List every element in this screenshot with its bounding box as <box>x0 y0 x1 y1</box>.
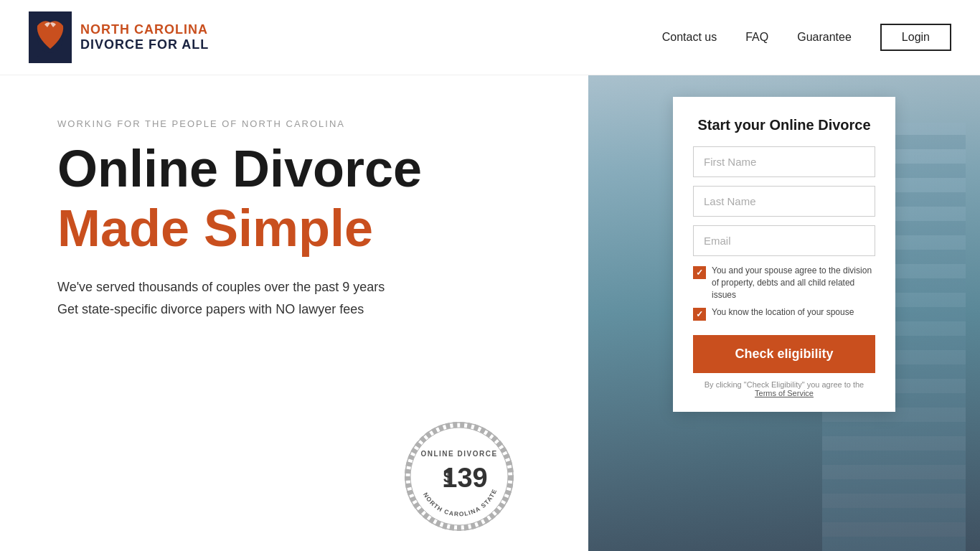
checkbox-2-label: You know the location of your spouse <box>712 306 854 319</box>
hero-section: WORKING FOR THE PEOPLE OF NORTH CAROLINA… <box>0 75 588 551</box>
main-nav: Contact us FAQ Guarantee Login <box>662 24 951 51</box>
right-panel: Start your Online Divorce You and your s… <box>588 75 980 551</box>
hero-bullet2: Get state-specific divorce papers with N… <box>57 302 545 317</box>
hero-headline-line1: Online Divorce <box>57 141 545 197</box>
checkbox-row-2: You know the location of your spouse <box>693 306 875 321</box>
login-button[interactable]: Login <box>880 24 951 51</box>
svg-text:ONLINE DIVORCE: ONLINE DIVORCE <box>420 450 497 458</box>
checkbox-2[interactable] <box>693 308 706 321</box>
check-eligibility-button[interactable]: Check eligibility <box>693 335 875 373</box>
signup-form-card: Start your Online Divorce You and your s… <box>673 97 895 412</box>
nav-contact-us[interactable]: Contact us <box>662 31 717 44</box>
main-content: WORKING FOR THE PEOPLE OF NORTH CAROLINA… <box>0 75 980 551</box>
logo-text: NORTH CAROLINA DIVORCE FOR ALL <box>80 22 209 52</box>
last-name-input[interactable] <box>693 186 875 217</box>
logo-bottom-text: DIVORCE FOR ALL <box>80 37 209 52</box>
email-input[interactable] <box>693 225 875 256</box>
hero-headline-line2: Made Simple <box>57 200 545 257</box>
stamp-svg: ONLINE DIVORCE $ 139 NORTH CAROLINA STAT… <box>402 419 517 534</box>
first-name-input[interactable] <box>693 146 875 177</box>
nav-guarantee[interactable]: Guarantee <box>797 31 852 44</box>
stamp-badge: ONLINE DIVORCE $ 139 NORTH CAROLINA STAT… <box>402 419 517 537</box>
svg-text:139: 139 <box>442 463 487 493</box>
checkbox-1[interactable] <box>693 266 706 279</box>
form-title: Start your Online Divorce <box>693 117 875 133</box>
hero-subtitle: WORKING FOR THE PEOPLE OF NORTH CAROLINA <box>57 118 545 129</box>
logo: NORTH CAROLINA DIVORCE FOR ALL <box>29 11 209 63</box>
header: NORTH CAROLINA DIVORCE FOR ALL Contact u… <box>0 0 980 75</box>
hero-bullets: We've served thousands of couples over t… <box>57 280 545 317</box>
checkbox-row-1: You and your spouse agree to the divisio… <box>693 265 875 301</box>
terms-disclaimer: By clicking "Check Eligibility" you agre… <box>693 380 875 397</box>
logo-icon <box>29 11 72 63</box>
hero-bullet1: We've served thousands of couples over t… <box>57 280 545 295</box>
nav-faq[interactable]: FAQ <box>745 31 768 44</box>
checkbox-1-label: You and your spouse agree to the divisio… <box>712 265 875 301</box>
logo-top-text: NORTH CAROLINA <box>80 22 209 37</box>
terms-of-service-link[interactable]: Terms of Service <box>755 389 814 397</box>
